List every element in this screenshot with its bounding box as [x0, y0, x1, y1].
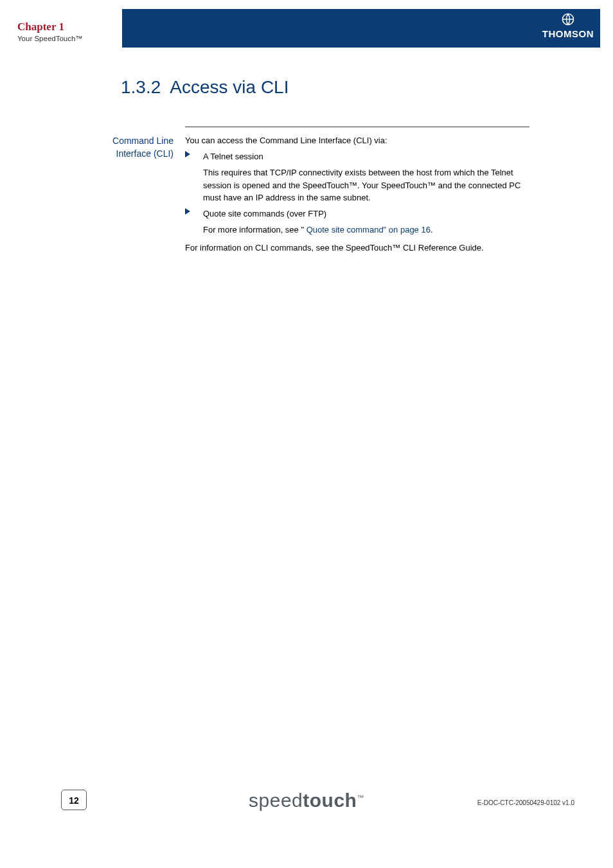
trademark-symbol: ™ — [357, 793, 364, 801]
closing-text: For information on CLI commands, see the… — [185, 242, 532, 254]
bullet-description: This requires that TCP/IP connectivity e… — [203, 166, 532, 204]
list-item: A Telnet session This requires that TCP/… — [185, 150, 532, 204]
horizontal-rule — [185, 127, 529, 127]
triangle-bullet-icon — [185, 150, 203, 204]
bullet-heading: A Telnet session — [203, 150, 532, 163]
svg-marker-2 — [185, 151, 190, 157]
section-heading: 1.3.2Access via CLI — [121, 77, 289, 98]
thomson-logo: THOMSON — [542, 13, 594, 39]
document-id: E-DOC-CTC-20050429-0102 v1.0 — [477, 799, 574, 806]
margin-label: Command Line Interface (CLI) — [95, 134, 173, 161]
section-number: 1.3.2 — [121, 77, 161, 97]
bullet-content: A Telnet session This requires that TCP/… — [203, 150, 532, 204]
intro-text: You can access the Command Line Interfac… — [185, 134, 532, 147]
desc-text: For more information, see " — [203, 225, 304, 235]
svg-marker-3 — [185, 208, 190, 215]
bullet-description: For more information, see " Quote site c… — [203, 224, 532, 236]
bullet-heading: Quote site commands (over FTP) — [203, 208, 532, 220]
desc-text-after: . — [431, 225, 433, 235]
bullet-content: Quote site commands (over FTP) For more … — [203, 208, 532, 236]
chapter-block: Chapter 1 Your SpeedTouch™ — [17, 21, 83, 42]
chapter-subtitle: Your SpeedTouch™ — [17, 35, 83, 42]
body-content: You can access the Command Line Interfac… — [185, 134, 532, 257]
chapter-title: Chapter 1 — [17, 21, 83, 33]
thomson-globe-icon — [562, 13, 574, 26]
logo-part-light: speed — [249, 790, 303, 811]
thomson-brand-text: THOMSON — [542, 28, 594, 39]
page-footer: 12 speedtouch™ E-DOC-CTC-20050429-0102 v… — [0, 772, 613, 810]
cross-reference-link[interactable]: Quote site command" on page 16 — [304, 225, 431, 235]
list-item: Quote site commands (over FTP) For more … — [185, 208, 532, 236]
header-bar — [122, 9, 600, 48]
logo-part-bold: touch — [303, 790, 357, 811]
section-title: Access via CLI — [170, 77, 289, 97]
triangle-bullet-icon — [185, 208, 203, 236]
